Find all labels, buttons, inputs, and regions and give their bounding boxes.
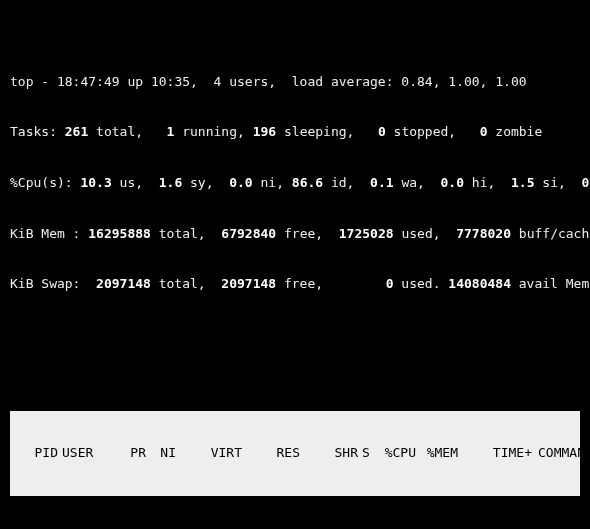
col-pr[interactable]: PR bbox=[116, 445, 146, 462]
top-terminal[interactable]: top - 18:47:49 up 10:35, 4 users, load a… bbox=[0, 0, 590, 529]
col-user[interactable]: USER bbox=[58, 445, 116, 462]
col-time[interactable]: TIME+ bbox=[458, 445, 532, 462]
col-shr[interactable]: SHR bbox=[300, 445, 358, 462]
swap-line: KiB Swap: 2097148 total, 2097148 free, 0… bbox=[10, 276, 580, 293]
summary-block: top - 18:47:49 up 10:35, 4 users, load a… bbox=[10, 40, 580, 327]
col-cmd[interactable]: COMMAND bbox=[532, 445, 580, 462]
tasks-line: Tasks: 261 total, 1 running, 196 sleepin… bbox=[10, 124, 580, 141]
uptime-line: top - 18:47:49 up 10:35, 4 users, load a… bbox=[10, 74, 580, 91]
mem-line: KiB Mem : 16295888 total, 6792840 free, … bbox=[10, 226, 580, 243]
col-mem[interactable]: %MEM bbox=[416, 445, 458, 462]
col-virt[interactable]: VIRT bbox=[176, 445, 242, 462]
col-pid[interactable]: PID bbox=[10, 445, 58, 462]
column-header[interactable]: PID USER PR NI VIRT RES SHR S %CPU %MEM … bbox=[10, 411, 580, 495]
col-ni[interactable]: NI bbox=[146, 445, 176, 462]
col-s[interactable]: S bbox=[358, 445, 374, 462]
blank-line bbox=[10, 361, 580, 378]
col-res[interactable]: RES bbox=[242, 445, 300, 462]
col-cpu[interactable]: %CPU bbox=[374, 445, 416, 462]
cpu-line: %Cpu(s): 10.3 us, 1.6 sy, 0.0 ni, 86.6 i… bbox=[10, 175, 580, 192]
